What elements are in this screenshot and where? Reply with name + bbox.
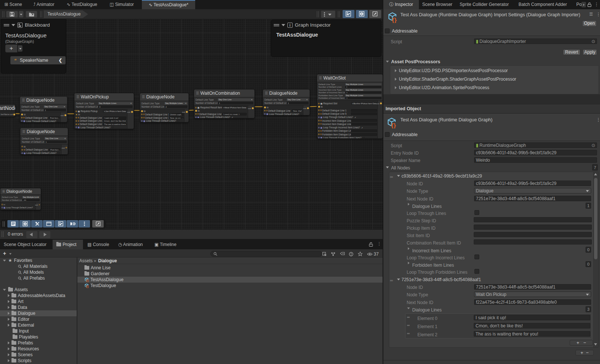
svg-text:{}: {} (391, 122, 396, 129)
svg-text:{}: {} (86, 279, 89, 282)
svg-text:{}: {} (392, 17, 397, 23)
svg-text:{}: {} (86, 285, 89, 288)
